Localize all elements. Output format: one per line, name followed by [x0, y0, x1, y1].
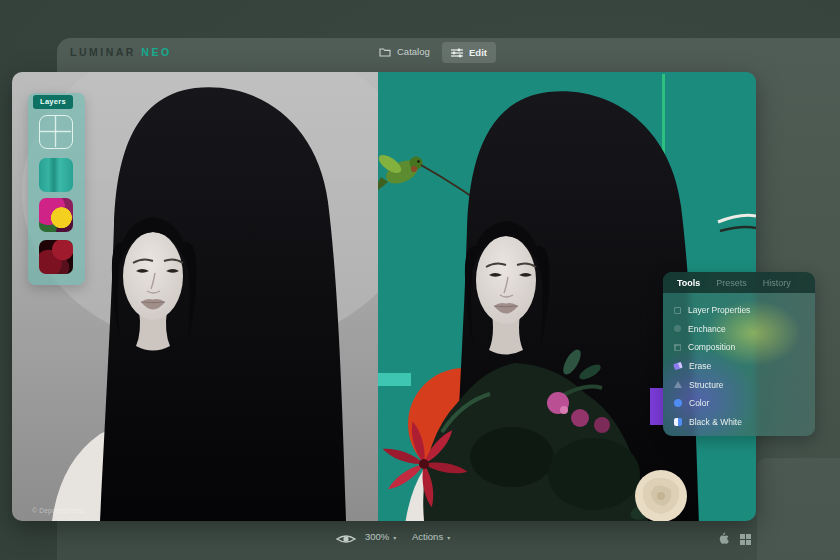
- tool-item-enhance[interactable]: Enchance: [663, 320, 815, 339]
- platform-badge-windows: [740, 534, 751, 545]
- layer-thumbnail-teal-texture[interactable]: [39, 158, 73, 192]
- platform-badge-mac: [718, 531, 730, 545]
- tool-item-label: Black & White: [689, 417, 742, 427]
- purple-rect-shape: [650, 388, 663, 425]
- background-sub-panel: [757, 458, 840, 560]
- actions-label: Actions: [412, 531, 443, 542]
- tools-list: Layer Properties Enchance Composition Er…: [663, 293, 815, 431]
- tools-panel-tabs: Tools Presets History: [663, 272, 815, 293]
- color-icon: [674, 399, 682, 407]
- watermark: © Depositphotos: [32, 507, 85, 514]
- tool-item-label: Structure: [689, 380, 724, 390]
- add-layer-button[interactable]: [39, 115, 73, 149]
- layers-panel-title: Layers: [33, 95, 73, 109]
- apple-icon: [718, 531, 730, 545]
- before-after-image: [12, 72, 756, 521]
- tool-item-layer-properties[interactable]: Layer Properties: [663, 301, 815, 320]
- teal-bar-shape: [373, 373, 411, 386]
- tool-item-label: Enchance: [688, 324, 726, 334]
- white-rose: [635, 470, 687, 521]
- windows-icon: [740, 534, 751, 545]
- folder-icon: [379, 47, 391, 57]
- layer-thumbnail-red-leaves[interactable]: [39, 240, 73, 274]
- chevron-down-icon: ▾: [393, 534, 396, 541]
- zoom-level-control[interactable]: 300% ▾: [365, 531, 396, 542]
- black-white-icon: [674, 418, 682, 426]
- enhance-icon: [674, 325, 681, 332]
- eraser-icon: [673, 362, 682, 370]
- sliders-icon: [451, 48, 463, 58]
- zoom-level-value: 300%: [365, 531, 389, 542]
- tool-item-color[interactable]: Color: [663, 394, 815, 413]
- tool-item-label: Composition: [688, 342, 735, 352]
- actions-menu-button[interactable]: Actions ▾: [412, 531, 450, 542]
- layers-panel: Layers: [28, 93, 85, 285]
- logo-luminar-text: LUMINAR: [70, 46, 136, 58]
- tool-item-erase[interactable]: Erase: [663, 357, 815, 376]
- tools-panel: Tools Presets History Layer Properties E…: [663, 272, 815, 436]
- tool-item-label: Layer Properties: [688, 305, 750, 315]
- tab-tools[interactable]: Tools: [677, 278, 700, 288]
- edit-label: Edit: [469, 47, 487, 58]
- photo-canvas[interactable]: © Depositphotos: [12, 72, 756, 521]
- app-logo: LUMINAR NEO: [70, 46, 172, 58]
- catalog-label: Catalog: [397, 46, 430, 57]
- composition-icon: [674, 344, 681, 351]
- tool-item-structure[interactable]: Structure: [663, 375, 815, 394]
- preview-toggle-button[interactable]: [336, 532, 356, 546]
- tool-item-composition[interactable]: Composition: [663, 338, 815, 357]
- chevron-down-icon: ▾: [447, 534, 450, 541]
- tab-history[interactable]: History: [763, 278, 791, 288]
- tab-presets[interactable]: Presets: [716, 278, 747, 288]
- logo-neo-text: NEO: [141, 46, 171, 58]
- layer-thumbnail-flower[interactable]: [39, 198, 73, 232]
- plus-icon: [40, 116, 71, 147]
- tool-item-black-white[interactable]: Black & White: [663, 413, 815, 432]
- luminar-neo-screenshot: LUMINAR NEO Catalog Edit: [0, 0, 840, 560]
- tool-item-label: Color: [689, 398, 709, 408]
- catalog-tab[interactable]: Catalog: [379, 46, 430, 57]
- eye-icon: [336, 532, 356, 546]
- edit-tab[interactable]: Edit: [442, 42, 496, 63]
- structure-icon: [674, 381, 682, 388]
- tool-item-label: Erase: [689, 361, 711, 371]
- layer-properties-icon: [674, 307, 681, 314]
